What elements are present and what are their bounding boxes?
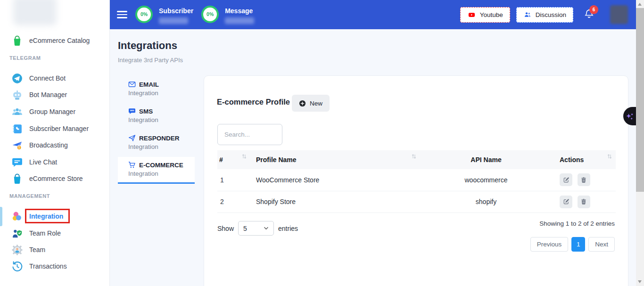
sidebar-item-team[interactable]: Team bbox=[0, 242, 109, 258]
transactions-history-icon bbox=[11, 261, 23, 272]
sidebar-item-bot-manager[interactable]: Bot Manager bbox=[0, 87, 109, 103]
card-heading: E-commerce Profile bbox=[217, 98, 290, 106]
page-size-control: Show 5 entries bbox=[217, 221, 298, 236]
column-header-index[interactable]: # bbox=[217, 150, 250, 169]
subnav-item-email[interactable]: EMAIL Integration bbox=[118, 76, 195, 103]
sidebar-item-broadcasting[interactable]: 1 Broadcasting bbox=[0, 137, 109, 153]
table-row: 1 WooCommerce Store woocommerce bbox=[217, 169, 616, 191]
contacts-icon bbox=[11, 123, 23, 135]
sidebar-item-integration[interactable]: Integration bbox=[0, 208, 109, 224]
row-index: 2 bbox=[217, 191, 250, 212]
chevron-down-icon bbox=[264, 227, 269, 230]
subscriber-progress-ring: 0% bbox=[135, 6, 153, 23]
trash-icon bbox=[580, 198, 587, 205]
page-title: Integrations bbox=[118, 40, 177, 52]
group-icon bbox=[11, 106, 23, 118]
subnav-item-subtitle: Integration bbox=[128, 90, 195, 97]
profiles-table: # Profile Name API Name Actions bbox=[217, 150, 616, 213]
table-header-row: # Profile Name API Name Actions bbox=[217, 150, 616, 169]
column-header-api-name[interactable]: API Name bbox=[420, 150, 552, 169]
app-screen: eCommerce Catalog TELEGRAM Connect Bot B… bbox=[0, 0, 644, 286]
sidebar-item-label: Transactions bbox=[29, 262, 67, 270]
avatar[interactable] bbox=[610, 5, 628, 24]
sidebar-item-group-manager[interactable]: Group Manager bbox=[0, 104, 109, 120]
youtube-icon bbox=[467, 11, 476, 18]
sidebar-item-label: eCommerce Catalog bbox=[29, 37, 90, 44]
sidebar-item-connect-bot[interactable]: Connect Bot bbox=[0, 70, 109, 86]
profile-name-cell: Shopify Store bbox=[250, 191, 420, 212]
sort-icon[interactable] bbox=[242, 154, 247, 159]
subnav-item-title: SMS bbox=[139, 108, 153, 115]
sidebar-item-transactions[interactable]: Transactions bbox=[0, 258, 109, 274]
trash-icon bbox=[580, 177, 587, 183]
sidebar-item-ecommerce-catalog[interactable]: eCommerce Catalog bbox=[0, 33, 109, 49]
discussion-button-label: Discussion bbox=[536, 11, 566, 18]
subnav-item-ecommerce[interactable]: E-COMMERCE Integration bbox=[118, 157, 195, 184]
notifications-button[interactable]: 6 bbox=[584, 8, 600, 21]
edit-button[interactable] bbox=[560, 173, 572, 186]
sms-bubble-icon: SMS bbox=[128, 107, 136, 115]
sidebar-item-label: Group Manager bbox=[29, 108, 75, 115]
subnav-item-title: E-COMMERCE bbox=[139, 162, 183, 169]
scroll-down-arrow-icon[interactable] bbox=[638, 280, 642, 283]
message-progress-ring: 0% bbox=[201, 6, 219, 23]
sort-icon[interactable] bbox=[607, 154, 612, 159]
integration-palette-icon bbox=[11, 211, 23, 222]
scrollbar[interactable] bbox=[636, 0, 644, 286]
users-icon bbox=[523, 11, 532, 18]
sidebar-section-management: MANAGEMENT bbox=[9, 193, 50, 199]
paper-plane-icon bbox=[128, 134, 136, 142]
sidebar-item-label: Team Role bbox=[29, 229, 61, 237]
next-page-button[interactable]: Next bbox=[588, 237, 615, 252]
ecommerce-profile-card: E-commerce Profile New # Profile Name bbox=[204, 75, 628, 286]
sidebar-item-subscriber-manager[interactable]: Subscriber Manager bbox=[0, 121, 109, 137]
scrollbar-thumb[interactable] bbox=[636, 8, 644, 192]
sms-icon-text: SMS bbox=[130, 109, 134, 112]
current-page-button[interactable]: 1 bbox=[571, 237, 585, 252]
menu-toggle-icon[interactable] bbox=[117, 9, 127, 20]
page-size-select[interactable]: 5 bbox=[238, 221, 274, 236]
subnav-item-title: EMAIL bbox=[139, 81, 159, 88]
youtube-button-label: Youtube bbox=[480, 11, 503, 18]
sidebar-item-label: Subscriber Manager bbox=[29, 125, 89, 132]
sidebar-item-label: Broadcasting bbox=[29, 141, 68, 149]
table-row: 2 Shopify Store shopify bbox=[217, 191, 616, 212]
sidebar-item-team-role[interactable]: Team Role bbox=[0, 225, 109, 241]
notification-badge: 6 bbox=[589, 5, 598, 14]
sidebar-item-label: Live Chat bbox=[29, 158, 57, 166]
column-header-profile-name[interactable]: Profile Name bbox=[250, 150, 420, 169]
youtube-button[interactable]: Youtube bbox=[460, 7, 510, 23]
chat-bubble-icon bbox=[11, 156, 23, 168]
sidebar-item-ecommerce-store[interactable]: eCommerce Store bbox=[0, 171, 109, 187]
sort-icon[interactable] bbox=[412, 154, 416, 159]
sidebar-item-label: eCommerce Store bbox=[29, 175, 83, 182]
entries-label: entries bbox=[278, 225, 298, 232]
shopping-bag-icon bbox=[11, 35, 23, 47]
logo bbox=[13, 0, 57, 25]
new-profile-button[interactable]: New bbox=[292, 95, 330, 112]
profile-name-cell: WooCommerce Store bbox=[250, 169, 420, 191]
delete-button[interactable] bbox=[578, 173, 590, 186]
edit-button[interactable] bbox=[560, 196, 572, 208]
showing-info: Showing 1 to 2 of 2 entries bbox=[539, 220, 615, 227]
sidebar-item-label: Bot Manager bbox=[29, 91, 67, 98]
subnav-item-subtitle: Integration bbox=[128, 170, 195, 177]
previous-page-button[interactable]: Previous bbox=[530, 237, 569, 252]
robot-icon bbox=[11, 89, 23, 101]
subscriber-stat-label: Subscriber bbox=[159, 6, 193, 15]
api-name-cell: shopify bbox=[420, 191, 552, 212]
redacted-text bbox=[225, 17, 254, 24]
sidebar-item-label: Team bbox=[29, 246, 45, 253]
scroll-up-arrow-icon[interactable] bbox=[638, 3, 642, 6]
subscriber-stat: 0% Subscriber bbox=[135, 6, 193, 24]
integration-subnav: EMAIL Integration SMS SMS Integration RE… bbox=[118, 76, 195, 184]
search-input[interactable] bbox=[217, 124, 282, 145]
discussion-button[interactable]: Discussion bbox=[516, 7, 573, 23]
column-header-actions[interactable]: Actions bbox=[552, 150, 616, 169]
sidebar-item-live-chat[interactable]: Live Chat bbox=[0, 154, 109, 170]
delete-button[interactable] bbox=[578, 196, 590, 208]
sidebar: eCommerce Catalog TELEGRAM Connect Bot B… bbox=[0, 0, 110, 286]
subnav-item-sms[interactable]: SMS SMS Integration bbox=[118, 103, 195, 130]
role-shield-icon bbox=[11, 228, 23, 239]
subnav-item-responder[interactable]: RESPONDER Integration bbox=[118, 130, 195, 157]
